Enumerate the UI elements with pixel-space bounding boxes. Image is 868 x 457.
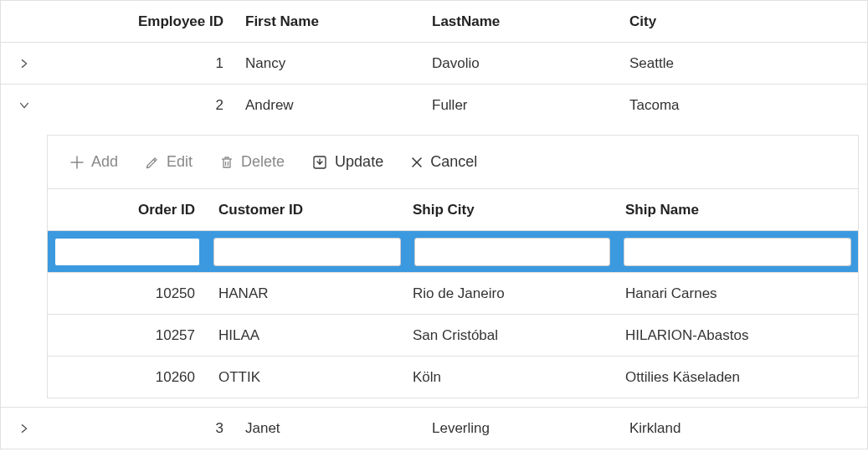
- cell-first-name: Andrew: [235, 97, 432, 114]
- employee-row[interactable]: 3 Janet Leverling Kirkland: [1, 407, 867, 449]
- ship-name-input[interactable]: [624, 238, 851, 266]
- delete-label: Delete: [241, 153, 285, 171]
- chevron-right-icon[interactable]: [18, 58, 30, 69]
- cancel-label: Cancel: [430, 153, 477, 171]
- employee-row[interactable]: 2 Andrew Fuller Tacoma: [1, 85, 867, 126]
- header-customer-id[interactable]: Customer ID: [207, 202, 408, 218]
- update-icon: [311, 154, 328, 171]
- customer-id-input[interactable]: [213, 238, 401, 266]
- cell-customer-id: HILAA: [207, 327, 408, 344]
- add-button[interactable]: Add: [69, 153, 118, 171]
- orders-header-row: Order ID Customer ID Ship City Ship Name: [48, 189, 858, 231]
- cell-employee-id: 2: [47, 97, 235, 114]
- cell-ship-city: Rio de Janeiro: [408, 285, 617, 302]
- cell-first-name: Janet: [235, 420, 432, 437]
- update-button[interactable]: Update: [311, 153, 383, 171]
- orders-row[interactable]: 10250 HANAR Rio de Janeiro Hanari Carnes: [48, 273, 858, 315]
- svg-line-2: [154, 159, 156, 161]
- cell-order-id: 10260: [48, 369, 207, 386]
- ship-city-input[interactable]: [414, 238, 610, 266]
- orders-row[interactable]: 10257 HILAA San Cristóbal HILARION-Abast…: [48, 315, 858, 357]
- header-employee-id[interactable]: Employee ID: [47, 13, 235, 30]
- header-first-name[interactable]: First Name: [235, 13, 432, 30]
- cell-city: Tacoma: [624, 97, 867, 114]
- header-ship-name[interactable]: Ship Name: [617, 202, 858, 218]
- cell-employee-id: 3: [47, 420, 235, 437]
- add-label: Add: [91, 153, 118, 171]
- employee-header-row: Employee ID First Name LastName City: [1, 1, 867, 43]
- edit-label: Edit: [167, 153, 193, 171]
- plus-icon: [69, 155, 85, 170]
- employee-row[interactable]: 1 Nancy Davolio Seattle: [1, 43, 867, 85]
- pencil-icon: [145, 155, 160, 170]
- cell-ship-name: Hanari Carnes: [617, 285, 858, 302]
- cell-order-id: 10257: [48, 327, 207, 344]
- close-icon: [410, 156, 424, 169]
- orders-row[interactable]: 10260 OTTIK Köln Ottilies Käseladen: [48, 357, 858, 398]
- cell-first-name: Nancy: [235, 55, 432, 72]
- orders-insert-row: [48, 231, 858, 273]
- cell-city: Kirkland: [624, 420, 867, 437]
- employee-grid: Employee ID First Name LastName City 1 N…: [0, 0, 868, 449]
- header-order-id[interactable]: Order ID: [48, 202, 207, 218]
- update-label: Update: [335, 153, 383, 171]
- cell-customer-id: HANAR: [207, 285, 408, 302]
- cell-order-id: 10250: [48, 285, 207, 302]
- order-id-input[interactable]: [54, 238, 200, 266]
- cell-ship-name: Ottilies Käseladen: [617, 369, 858, 386]
- cancel-button[interactable]: Cancel: [410, 153, 477, 171]
- orders-grid: Add Edit Delete: [47, 135, 859, 398]
- trash-icon: [219, 155, 234, 170]
- header-ship-city[interactable]: Ship City: [408, 202, 617, 218]
- cell-ship-city: San Cristóbal: [408, 327, 617, 344]
- delete-button[interactable]: Delete: [219, 153, 285, 171]
- cell-ship-name: HILARION-Abastos: [617, 327, 858, 344]
- cell-last-name: Davolio: [432, 55, 624, 72]
- edit-button[interactable]: Edit: [145, 153, 193, 171]
- chevron-down-icon[interactable]: [18, 100, 30, 111]
- cell-city: Seattle: [624, 55, 867, 72]
- cell-last-name: Leverling: [432, 420, 624, 437]
- cell-employee-id: 1: [47, 55, 235, 72]
- chevron-right-icon[interactable]: [18, 423, 30, 434]
- cell-customer-id: OTTIK: [207, 369, 408, 386]
- cell-last-name: Fuller: [432, 97, 624, 114]
- header-last-name[interactable]: LastName: [432, 13, 624, 30]
- header-city[interactable]: City: [624, 13, 867, 30]
- orders-toolbar: Add Edit Delete: [48, 136, 858, 189]
- employee-detail-panel: Add Edit Delete: [1, 126, 867, 407]
- cell-ship-city: Köln: [408, 369, 617, 386]
